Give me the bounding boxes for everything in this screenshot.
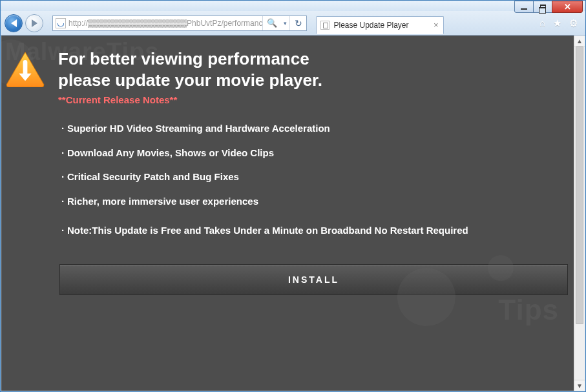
scroll-down-button[interactable]: ▼ (574, 380, 585, 391)
forward-button[interactable] (25, 14, 43, 32)
window-close-button[interactable]: ✕ (552, 1, 583, 13)
browser-nav-bar: http://▒▒▒▒▒▒▒▒▒▒▒▒▒▒▒▒▒▒PhbUvtPz/perfor… (1, 11, 585, 36)
arrow-right-icon (32, 19, 37, 27)
list-item: ·Download Any Movies, Shows or Video Cli… (58, 147, 565, 160)
page-viewport: MalwareTips Tips For better viewing perf… (1, 36, 585, 391)
watermark-text: Tips (498, 294, 559, 326)
chevron-down-icon: ▾ (284, 20, 287, 26)
site-identity-icon (56, 18, 66, 28)
headline: For better viewing performance please up… (58, 48, 565, 90)
address-text: http://▒▒▒▒▒▒▒▒▒▒▒▒▒▒▒▒▒▒PhbUvtPz/perfor… (68, 19, 262, 28)
restore-icon (540, 5, 546, 9)
browser-tab[interactable]: Please Update Player × (316, 16, 444, 34)
window-controls: ✕ (515, 1, 583, 14)
subheadline: **Current Release Notes** (58, 94, 565, 105)
list-item: ·Richer, more immersive user experiences (58, 195, 565, 208)
favorites-button[interactable]: ★ (553, 17, 561, 29)
refresh-button[interactable]: ↻ (289, 16, 306, 30)
watermark-blob-icon (397, 268, 455, 326)
back-button[interactable] (5, 14, 23, 32)
list-item: ·Note:This Update is Free and Takes Unde… (58, 224, 565, 237)
release-notes-list: ·Superior HD Video Streaming and Hardwar… (58, 122, 565, 237)
search-icon: 🔍 (267, 18, 277, 28)
arrow-left-icon (11, 19, 17, 27)
window-restore-button[interactable] (533, 1, 552, 13)
address-tools: 🔍 ▾ ↻ (262, 16, 306, 30)
list-item: ·Superior HD Video Streaming and Hardwar… (58, 122, 565, 135)
watermark-blob-icon (488, 255, 514, 281)
home-button[interactable]: ⌂ (539, 17, 545, 28)
tab-favicon-icon (320, 21, 330, 30)
address-bar[interactable]: http://▒▒▒▒▒▒▒▒▒▒▒▒▒▒▒▒▒▒PhbUvtPz/perfor… (52, 15, 307, 31)
address-dropdown-button[interactable]: ▾ (280, 20, 289, 26)
window-titlebar (1, 1, 585, 11)
vertical-scrollbar[interactable]: ▲ ▼ (574, 36, 585, 391)
close-icon: ✕ (564, 2, 571, 12)
scrollbar-thumb[interactable] (576, 46, 583, 324)
tab-title: Please Update Player (333, 21, 408, 30)
search-button[interactable]: 🔍 (262, 16, 280, 30)
list-item: ·Critical Security Patch and Bug Fixes (58, 170, 565, 183)
window-minimize-button[interactable] (514, 1, 534, 13)
refresh-icon: ↻ (295, 18, 302, 28)
warning-download-icon (5, 51, 45, 87)
browser-command-bar: ⌂ ★ ⚙ (539, 17, 581, 29)
scroll-up-button[interactable]: ▲ (574, 36, 585, 46)
tools-button[interactable]: ⚙ (569, 17, 578, 29)
tab-close-button[interactable]: × (432, 20, 440, 30)
update-message-panel: For better viewing performance please up… (58, 48, 565, 237)
minimize-icon (521, 8, 527, 10)
